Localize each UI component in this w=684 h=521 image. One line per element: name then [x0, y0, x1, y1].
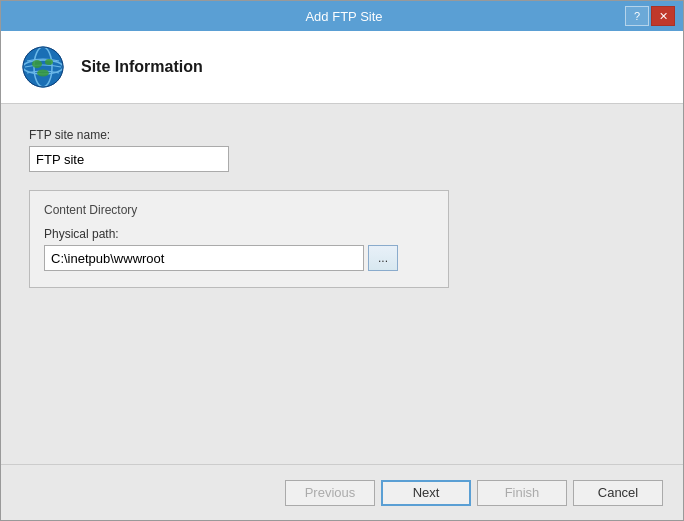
- footer: Previous Next Finish Cancel: [1, 464, 683, 520]
- physical-path-input[interactable]: [44, 245, 364, 271]
- site-name-label: FTP site name:: [29, 128, 655, 142]
- site-name-field-group: FTP site name:: [29, 128, 655, 172]
- finish-button[interactable]: Finish: [477, 480, 567, 506]
- site-name-input[interactable]: [29, 146, 229, 172]
- browse-button[interactable]: ...: [368, 245, 398, 271]
- globe-icon: [21, 45, 65, 89]
- physical-path-field-group: Physical path: ...: [44, 227, 434, 271]
- title-bar: Add FTP Site ? ✕: [1, 1, 683, 31]
- content-directory-title: Content Directory: [44, 203, 434, 217]
- add-ftp-site-window: Add FTP Site ? ✕ Site Information FTP s: [0, 0, 684, 521]
- next-button[interactable]: Next: [381, 480, 471, 506]
- header-section: Site Information: [1, 31, 683, 104]
- close-button[interactable]: ✕: [651, 6, 675, 26]
- title-bar-controls: ? ✕: [625, 6, 675, 26]
- window-title: Add FTP Site: [63, 9, 625, 24]
- cancel-button[interactable]: Cancel: [573, 480, 663, 506]
- path-row: ...: [44, 245, 434, 271]
- header-title: Site Information: [81, 58, 203, 76]
- svg-point-5: [32, 60, 42, 68]
- previous-button[interactable]: Previous: [285, 480, 375, 506]
- help-button[interactable]: ?: [625, 6, 649, 26]
- content-directory-box: Content Directory Physical path: ...: [29, 190, 449, 288]
- svg-point-7: [37, 70, 49, 77]
- svg-point-6: [45, 59, 53, 65]
- physical-path-label: Physical path:: [44, 227, 434, 241]
- content-area: FTP site name: Content Directory Physica…: [1, 104, 683, 464]
